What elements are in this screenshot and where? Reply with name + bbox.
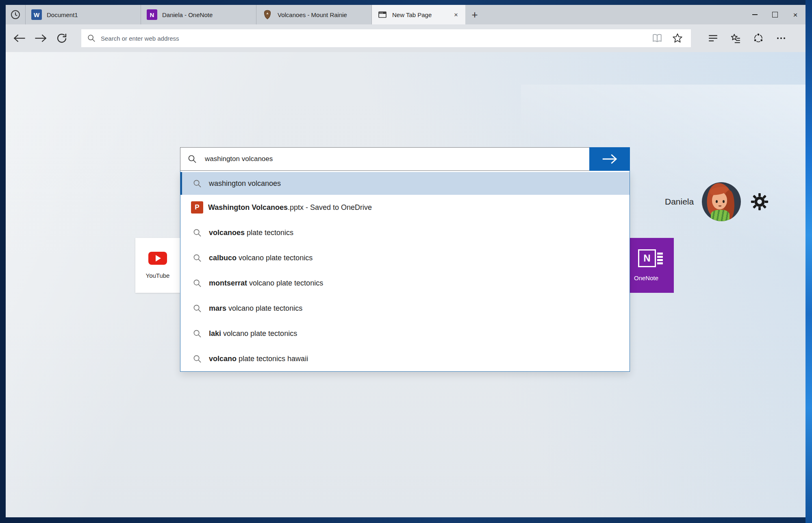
arrow-right-icon: [601, 153, 619, 165]
edge-browser-window: W Document1 N Daniela - OneNote Volcanoe…: [6, 5, 805, 517]
clock-icon: [10, 9, 21, 20]
tab-close-icon[interactable]: ×: [452, 11, 460, 19]
refresh-icon: [56, 33, 67, 44]
search-icon: [190, 354, 204, 364]
suggestion-text: calbuco volcano plate tectonics: [209, 254, 313, 262]
tile-onenote[interactable]: N OneNote: [629, 238, 674, 293]
reading-view-icon: [652, 33, 662, 44]
tile-label: YouTube: [146, 272, 170, 279]
tab-label: New Tab Page: [392, 11, 445, 18]
onenote-icon: N: [147, 9, 157, 20]
youtube-icon: [148, 252, 167, 265]
maximize-button[interactable]: [765, 5, 785, 24]
search-icon: [190, 253, 204, 263]
suggestion-text: volcano plate tectonics hawaii: [209, 355, 308, 363]
tab-onenote[interactable]: N Daniela - OneNote: [141, 5, 256, 24]
suggestion-row[interactable]: calbuco volcano plate tectonics: [180, 245, 630, 270]
suggestion-row[interactable]: montserrat volcano plate tectonics: [180, 270, 630, 296]
gear-icon: [750, 192, 769, 211]
search-icon: [87, 34, 96, 43]
tab-document1[interactable]: W Document1: [26, 5, 141, 24]
user-area: Daniela: [665, 182, 770, 221]
search-icon: [190, 179, 204, 188]
address-input[interactable]: [100, 35, 647, 42]
search-icon: [180, 148, 204, 170]
minimize-button[interactable]: [745, 5, 765, 24]
search-submit-button[interactable]: [589, 147, 630, 171]
tile-youtube[interactable]: YouTube: [135, 238, 180, 293]
new-tab-button[interactable]: +: [465, 5, 484, 24]
search-box: [180, 147, 630, 171]
powerpoint-icon: P: [191, 201, 203, 214]
close-window-button[interactable]: ×: [785, 5, 805, 24]
back-button[interactable]: [9, 28, 30, 49]
forward-icon: [34, 33, 48, 43]
minimize-icon: [752, 14, 758, 15]
navigation-bar: [6, 24, 805, 52]
search-icon: [190, 304, 204, 313]
suggestion-text: laki volcano plate tectonics: [209, 329, 297, 338]
user-name: Daniela: [665, 197, 694, 207]
tab-label: Document1: [47, 11, 135, 18]
refresh-button[interactable]: [51, 28, 72, 49]
avatar[interactable]: [702, 182, 741, 221]
suggestion-row[interactable]: volcano plate tectonics hawaii: [180, 346, 630, 371]
ellipsis-icon: [777, 37, 785, 39]
new-tab-page-icon: [378, 10, 387, 20]
suggestion-row[interactable]: washington volcanoes: [180, 172, 630, 195]
tile-label: OneNote: [634, 275, 658, 281]
share-button[interactable]: [747, 28, 770, 49]
tab-bar: W Document1 N Daniela - OneNote Volcanoe…: [6, 5, 805, 24]
back-icon: [13, 33, 26, 43]
word-icon: W: [31, 9, 42, 20]
suggestion-row-file[interactable]: P Washington Volcanoes.pptx - Saved to O…: [180, 195, 630, 220]
forward-button[interactable]: [30, 28, 51, 49]
tab-volcanoes[interactable]: Volcanoes - Mount Rainie: [256, 5, 372, 24]
tab-new-tab-page[interactable]: New Tab Page ×: [372, 5, 465, 24]
suggestion-text: mars volcano plate tectonics: [209, 304, 302, 313]
menu-lines-icon: [708, 33, 718, 44]
more-options-button[interactable]: [770, 28, 792, 49]
star-icon: [672, 33, 683, 44]
reading-view-button[interactable]: [647, 30, 667, 47]
desktop-wallpaper-strip: [805, 0, 812, 523]
suggestion-text: Washington Volcanoes.pptx - Saved to One…: [208, 203, 372, 212]
tabs-set-aside-button[interactable]: [6, 5, 26, 24]
desktop: W Document1 N Daniela - OneNote Volcanoe…: [0, 0, 812, 523]
maximize-icon: [772, 12, 778, 17]
search-suggestions-dropdown: washington volcanoes P Washington Volcan…: [180, 171, 630, 372]
suggestion-row[interactable]: volcanoes plate tectonics: [180, 220, 630, 245]
hub-button[interactable]: [724, 28, 747, 49]
search-icon: [190, 279, 204, 288]
suggestion-text: washington volcanoes: [209, 179, 281, 188]
search-input[interactable]: [204, 148, 589, 170]
settings-button[interactable]: [749, 191, 770, 212]
tab-label: Volcanoes - Mount Rainie: [278, 11, 366, 18]
suggestion-row[interactable]: mars volcano plate tectonics: [180, 296, 630, 321]
suggestion-text: montserrat volcano plate tectonics: [209, 279, 323, 288]
add-favorite-button[interactable]: [667, 30, 688, 47]
share-icon: [753, 33, 764, 44]
tab-bar-spacer: [484, 5, 745, 24]
search-icon: [190, 228, 204, 238]
address-bar[interactable]: [81, 29, 691, 47]
tab-label: Daniela - OneNote: [162, 11, 250, 18]
window-controls: ×: [745, 5, 805, 24]
search-icon: [190, 329, 204, 338]
favorites-hub-icon: [730, 33, 741, 44]
onenote-tile-icon: N: [638, 249, 663, 267]
reading-list-button[interactable]: [701, 28, 724, 49]
suggestion-row[interactable]: laki volcano plate tectonics: [180, 321, 630, 346]
national-park-icon: [262, 9, 273, 20]
suggestion-text: volcanoes plate tectonics: [209, 229, 293, 237]
